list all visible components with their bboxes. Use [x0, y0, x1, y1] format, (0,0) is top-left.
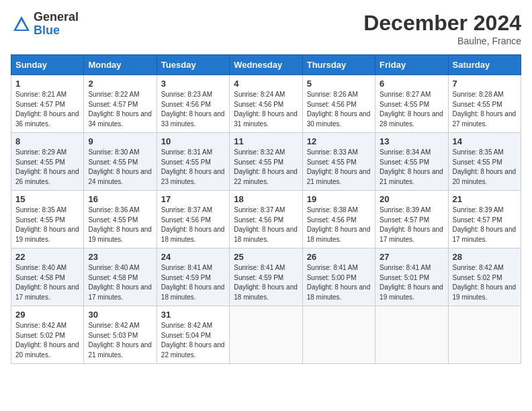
calendar-cell: 13 Sunrise: 8:34 AMSunset: 4:55 PMDaylig…: [375, 133, 448, 191]
header-monday: Monday: [84, 55, 157, 75]
day-detail: Sunrise: 8:31 AMSunset: 4:55 PMDaylight:…: [161, 148, 225, 187]
day-detail: Sunrise: 8:41 AMSunset: 4:59 PMDaylight:…: [161, 263, 225, 302]
day-detail: Sunrise: 8:22 AMSunset: 4:57 PMDaylight:…: [88, 90, 152, 129]
calendar-cell: 30 Sunrise: 8:42 AMSunset: 5:03 PMDaylig…: [84, 306, 157, 364]
day-number: 26: [307, 252, 371, 262]
calendar-cell: [230, 306, 302, 364]
day-number: 25: [234, 252, 298, 262]
day-number: 27: [380, 252, 443, 262]
logo-blue-text: Blue: [34, 24, 79, 38]
calendar-table: Sunday Monday Tuesday Wednesday Thursday…: [11, 54, 521, 364]
day-detail: Sunrise: 8:21 AMSunset: 4:57 PMDaylight:…: [15, 90, 79, 129]
day-detail: Sunrise: 8:30 AMSunset: 4:55 PMDaylight:…: [88, 148, 152, 187]
calendar-cell: 7 Sunrise: 8:28 AMSunset: 4:55 PMDayligh…: [448, 75, 521, 133]
logo-icon: [12, 15, 31, 34]
page-header: General Blue December 2024 Baulne, Franc…: [11, 11, 521, 46]
calendar-row: 29 Sunrise: 8:42 AMSunset: 5:02 PMDaylig…: [11, 306, 521, 364]
day-number: 28: [453, 252, 517, 262]
day-number: 6: [380, 79, 443, 89]
day-detail: Sunrise: 8:42 AMSunset: 5:02 PMDaylight:…: [453, 263, 517, 302]
header-thursday: Thursday: [302, 55, 375, 75]
day-detail: Sunrise: 8:40 AMSunset: 4:58 PMDaylight:…: [88, 263, 152, 302]
calendar-cell: 15 Sunrise: 8:35 AMSunset: 4:55 PMDaylig…: [11, 191, 84, 248]
calendar-cell: 11 Sunrise: 8:32 AMSunset: 4:55 PMDaylig…: [230, 133, 302, 191]
calendar-cell: 25 Sunrise: 8:41 AMSunset: 4:59 PMDaylig…: [230, 248, 302, 306]
calendar-cell: 26 Sunrise: 8:41 AMSunset: 5:00 PMDaylig…: [302, 248, 375, 306]
day-detail: Sunrise: 8:42 AMSunset: 5:04 PMDaylight:…: [161, 321, 225, 360]
calendar-cell: 31 Sunrise: 8:42 AMSunset: 5:04 PMDaylig…: [157, 306, 229, 364]
header-sunday: Sunday: [11, 55, 84, 75]
day-number: 13: [380, 136, 443, 146]
calendar-cell: 10 Sunrise: 8:31 AMSunset: 4:55 PMDaylig…: [157, 133, 229, 191]
title-area: December 2024 Baulne, France: [363, 11, 521, 46]
day-number: 15: [15, 194, 79, 204]
header-friday: Friday: [375, 55, 448, 75]
day-number: 23: [88, 252, 152, 262]
calendar-cell: 3 Sunrise: 8:23 AMSunset: 4:56 PMDayligh…: [157, 75, 229, 133]
day-detail: Sunrise: 8:38 AMSunset: 4:56 PMDaylight:…: [307, 205, 371, 244]
calendar-cell: 28 Sunrise: 8:42 AMSunset: 5:02 PMDaylig…: [448, 248, 521, 306]
day-number: 30: [88, 310, 152, 320]
calendar-cell: 24 Sunrise: 8:41 AMSunset: 4:59 PMDaylig…: [157, 248, 229, 306]
day-detail: Sunrise: 8:32 AMSunset: 4:55 PMDaylight:…: [234, 148, 298, 187]
calendar-cell: [448, 306, 521, 364]
day-number: 7: [453, 79, 517, 89]
calendar-cell: 5 Sunrise: 8:26 AMSunset: 4:56 PMDayligh…: [302, 75, 375, 133]
day-detail: Sunrise: 8:42 AMSunset: 5:02 PMDaylight:…: [15, 321, 79, 360]
calendar-cell: 29 Sunrise: 8:42 AMSunset: 5:02 PMDaylig…: [11, 306, 84, 364]
calendar-cell: 6 Sunrise: 8:27 AMSunset: 4:55 PMDayligh…: [375, 75, 448, 133]
calendar-cell: 27 Sunrise: 8:41 AMSunset: 5:01 PMDaylig…: [375, 248, 448, 306]
day-number: 8: [15, 136, 79, 146]
calendar-cell: 22 Sunrise: 8:40 AMSunset: 4:58 PMDaylig…: [11, 248, 84, 306]
day-number: 29: [15, 310, 79, 320]
day-number: 5: [307, 79, 371, 89]
calendar-cell: 17 Sunrise: 8:37 AMSunset: 4:56 PMDaylig…: [157, 191, 229, 248]
day-detail: Sunrise: 8:23 AMSunset: 4:56 PMDaylight:…: [161, 90, 225, 129]
day-detail: Sunrise: 8:41 AMSunset: 5:01 PMDaylight:…: [380, 263, 443, 302]
day-number: 10: [161, 136, 225, 146]
day-number: 12: [307, 136, 371, 146]
calendar-cell: 8 Sunrise: 8:29 AMSunset: 4:55 PMDayligh…: [11, 133, 84, 191]
calendar-row: 1 Sunrise: 8:21 AMSunset: 4:57 PMDayligh…: [11, 75, 521, 133]
calendar-cell: 21 Sunrise: 8:39 AMSunset: 4:57 PMDaylig…: [448, 191, 521, 248]
calendar-cell: 4 Sunrise: 8:24 AMSunset: 4:56 PMDayligh…: [230, 75, 302, 133]
day-number: 22: [15, 252, 79, 262]
day-number: 2: [88, 79, 152, 89]
day-number: 21: [453, 194, 517, 204]
header-tuesday: Tuesday: [157, 55, 229, 75]
day-detail: Sunrise: 8:42 AMSunset: 5:03 PMDaylight:…: [88, 321, 152, 360]
day-number: 19: [307, 194, 371, 204]
calendar-cell: 2 Sunrise: 8:22 AMSunset: 4:57 PMDayligh…: [84, 75, 157, 133]
day-detail: Sunrise: 8:41 AMSunset: 4:59 PMDaylight:…: [234, 263, 298, 302]
day-number: 31: [161, 310, 225, 320]
day-detail: Sunrise: 8:34 AMSunset: 4:55 PMDaylight:…: [380, 148, 443, 187]
day-detail: Sunrise: 8:33 AMSunset: 4:55 PMDaylight:…: [307, 148, 371, 187]
calendar-cell: [302, 306, 375, 364]
month-title: December 2024: [363, 11, 521, 36]
day-detail: Sunrise: 8:37 AMSunset: 4:56 PMDaylight:…: [234, 205, 298, 244]
day-number: 4: [234, 79, 298, 89]
day-number: 14: [453, 136, 517, 146]
header-wednesday: Wednesday: [230, 55, 302, 75]
calendar-row: 8 Sunrise: 8:29 AMSunset: 4:55 PMDayligh…: [11, 133, 521, 191]
header-saturday: Saturday: [448, 55, 521, 75]
calendar-cell: 9 Sunrise: 8:30 AMSunset: 4:55 PMDayligh…: [84, 133, 157, 191]
logo-text: General Blue: [34, 11, 79, 38]
day-detail: Sunrise: 8:35 AMSunset: 4:55 PMDaylight:…: [15, 205, 79, 244]
day-number: 24: [161, 252, 225, 262]
location: Baulne, France: [363, 36, 521, 46]
day-detail: Sunrise: 8:41 AMSunset: 5:00 PMDaylight:…: [307, 263, 371, 302]
calendar-row: 22 Sunrise: 8:40 AMSunset: 4:58 PMDaylig…: [11, 248, 521, 306]
calendar-cell: 20 Sunrise: 8:39 AMSunset: 4:57 PMDaylig…: [375, 191, 448, 248]
day-detail: Sunrise: 8:35 AMSunset: 4:55 PMDaylight:…: [453, 148, 517, 187]
logo: General Blue: [11, 11, 79, 38]
day-number: 17: [161, 194, 225, 204]
day-detail: Sunrise: 8:39 AMSunset: 4:57 PMDaylight:…: [380, 205, 443, 244]
day-detail: Sunrise: 8:40 AMSunset: 4:58 PMDaylight:…: [15, 263, 79, 302]
calendar-cell: 18 Sunrise: 8:37 AMSunset: 4:56 PMDaylig…: [230, 191, 302, 248]
day-detail: Sunrise: 8:37 AMSunset: 4:56 PMDaylight:…: [161, 205, 225, 244]
day-detail: Sunrise: 8:39 AMSunset: 4:57 PMDaylight:…: [453, 205, 517, 244]
day-detail: Sunrise: 8:27 AMSunset: 4:55 PMDaylight:…: [380, 90, 443, 129]
calendar-header-row: Sunday Monday Tuesday Wednesday Thursday…: [11, 55, 521, 75]
calendar-row: 15 Sunrise: 8:35 AMSunset: 4:55 PMDaylig…: [11, 191, 521, 248]
